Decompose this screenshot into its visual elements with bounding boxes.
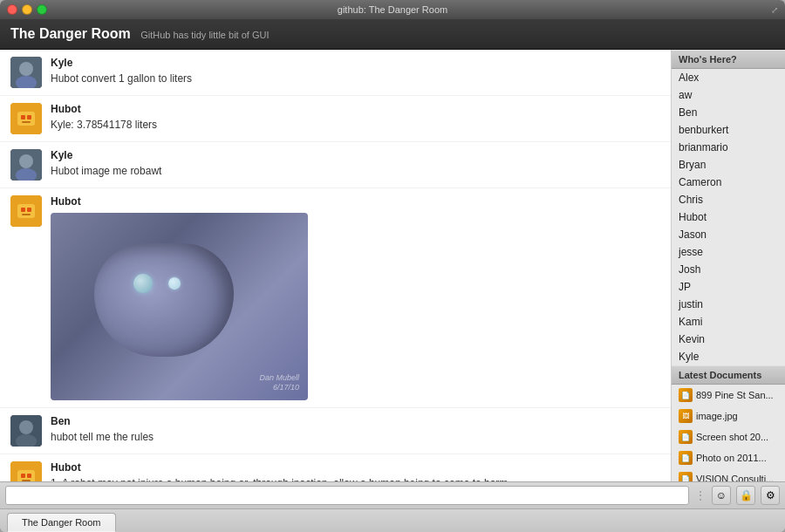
svg-point-17 <box>19 420 33 434</box>
message-text: Hubot convert 1 gallon to liters <box>51 71 660 86</box>
chat-header: The Danger Room GitHub has tidy little b… <box>0 19 785 50</box>
doc-icon: 📄 <box>679 430 693 444</box>
sidebar-item-benburkert[interactable]: benburkert <box>672 121 785 139</box>
sidebar-item-josh[interactable]: Josh <box>672 261 785 278</box>
message-group: Hubot Dan Mubell 6/17/10 <box>0 188 671 408</box>
message-author: Kyle <box>51 57 660 69</box>
svg-rect-15 <box>22 214 31 215</box>
message-group: Kyle Hubot convert 1 gallon to liters <box>0 50 671 96</box>
sidebar-item-bryan[interactable]: Bryan <box>672 156 785 174</box>
message-group: Kyle Hubot image me robawt <box>0 142 671 188</box>
title-bar: github: The Danger Room ⤢ <box>0 0 785 19</box>
sidebar-doc-1[interactable]: 📄 899 Pine St San... <box>672 385 785 406</box>
sidebar-item-chris[interactable]: Chris <box>672 191 785 208</box>
window-title: github: The Danger Room <box>338 4 447 15</box>
sidebar-item-alex[interactable]: Alex <box>672 69 785 86</box>
sidebar-doc-5[interactable]: 📄 VISION Consulti... <box>672 468 785 481</box>
close-button[interactable] <box>7 4 17 15</box>
message-author: Hubot <box>51 103 660 115</box>
sidebar-item-justin[interactable]: justin <box>672 296 785 313</box>
latest-docs-header: Latest Documents <box>672 365 785 385</box>
sidebar-item-brianmario[interactable]: brianmario <box>672 139 785 156</box>
message-author: Kyle <box>51 149 660 161</box>
avatar <box>10 415 42 447</box>
doc-label: Photo on 2011... <box>696 453 767 463</box>
doc-label: 899 Pine St San... <box>696 390 774 400</box>
tab-bar: The Danger Room <box>0 508 785 532</box>
robot-head <box>94 243 234 357</box>
message-group: Hubot 1. A robot may not injure a human … <box>0 454 671 481</box>
chat-area[interactable]: Kyle Hubot convert 1 gallon to liters <box>0 50 672 481</box>
sidebar-item-kevin[interactable]: Kevin <box>672 331 785 348</box>
avatar <box>10 149 42 181</box>
input-bar: ⋮ ☺ 🔒 ⚙ <box>0 481 785 508</box>
doc-label: Screen shot 20... <box>696 432 768 442</box>
input-divider: ⋮ <box>694 488 706 502</box>
sidebar-item-kyle[interactable]: Kyle <box>672 348 785 365</box>
message-content: Hubot 1. A robot may not injure a human … <box>51 461 660 481</box>
message-author: Hubot <box>51 461 660 474</box>
sidebar-item-hubot[interactable]: Hubot <box>672 208 785 226</box>
svg-rect-22 <box>27 474 31 478</box>
room-subtitle: GitHub has tidy little bit of GUI <box>140 30 269 40</box>
robot-eye-left <box>133 274 153 293</box>
maximize-button[interactable] <box>37 4 47 15</box>
sidebar-item-jesse[interactable]: jesse <box>672 243 785 261</box>
message-content: Kyle Hubot image me robawt <box>51 149 660 179</box>
svg-point-9 <box>19 154 33 168</box>
svg-rect-13 <box>21 208 25 212</box>
avatar <box>10 195 42 227</box>
svg-rect-7 <box>22 121 31 123</box>
message-content: Kyle Hubot convert 1 gallon to liters <box>51 57 660 86</box>
sidebar: Who's Here? Alex aw Ben benburkert brian… <box>672 50 785 481</box>
main-area: Kyle Hubot convert 1 gallon to liters <box>0 50 785 481</box>
lock-button[interactable]: 🔒 <box>736 486 755 505</box>
tab-danger-room[interactable]: The Danger Room <box>7 513 116 532</box>
avatar <box>10 57 42 88</box>
traffic-lights <box>7 4 47 15</box>
message-text: Kyle: 3.78541178 liters <box>51 117 660 133</box>
svg-rect-14 <box>27 208 31 212</box>
sidebar-item-ben[interactable]: Ben <box>672 104 785 121</box>
sidebar-doc-2[interactable]: 🖼 image.jpg <box>672 406 785 426</box>
doc-icon: 🖼 <box>679 409 693 423</box>
message-author: Ben <box>51 415 660 427</box>
doc-label: VISION Consulti... <box>696 474 774 481</box>
svg-rect-4 <box>17 112 35 126</box>
message-text: hubot tell me the rules <box>51 429 660 445</box>
message-author: Hubot <box>51 195 660 208</box>
chat-input[interactable] <box>5 486 689 505</box>
svg-rect-21 <box>21 474 25 478</box>
svg-rect-12 <box>17 204 35 218</box>
sidebar-item-aw[interactable]: aw <box>672 86 785 104</box>
message-content: Hubot Dan Mubell 6/17/10 <box>51 195 660 400</box>
svg-rect-6 <box>27 115 31 119</box>
message-group: Ben hubot tell me the rules <box>0 408 671 454</box>
sidebar-doc-3[interactable]: 📄 Screen shot 20... <box>672 426 785 447</box>
settings-button[interactable]: ⚙ <box>761 486 780 505</box>
resize-icon[interactable]: ⤢ <box>771 5 778 15</box>
message-group: Hubot Kyle: 3.78541178 liters <box>0 96 671 142</box>
sidebar-item-jason[interactable]: Jason <box>672 226 785 243</box>
whos-here-header: Who's Here? <box>672 50 785 69</box>
avatar <box>10 103 42 134</box>
sidebar-item-jp[interactable]: JP <box>672 278 785 296</box>
avatar <box>10 461 42 481</box>
message-text: 1. A robot may not injure a human being … <box>51 475 660 481</box>
sidebar-item-cameron[interactable]: Cameron <box>672 174 785 191</box>
smiley-button[interactable]: ☺ <box>712 486 731 505</box>
svg-point-1 <box>19 62 33 76</box>
doc-icon: 📄 <box>679 388 693 402</box>
robot-eye-right <box>168 277 181 290</box>
doc-icon: 📄 <box>679 451 693 465</box>
sidebar-doc-4[interactable]: 📄 Photo on 2011... <box>672 447 785 468</box>
minimize-button[interactable] <box>22 4 32 15</box>
message-content: Ben hubot tell me the rules <box>51 415 660 445</box>
svg-rect-5 <box>21 115 25 119</box>
message-content: Hubot Kyle: 3.78541178 liters <box>51 103 660 133</box>
sidebar-item-kami[interactable]: Kami <box>672 313 785 331</box>
doc-icon: 📄 <box>679 472 693 481</box>
main-window: github: The Danger Room ⤢ The Danger Roo… <box>0 0 785 532</box>
robot-image: Dan Mubell 6/17/10 <box>51 213 308 400</box>
message-text: Hubot image me robawt <box>51 163 660 179</box>
